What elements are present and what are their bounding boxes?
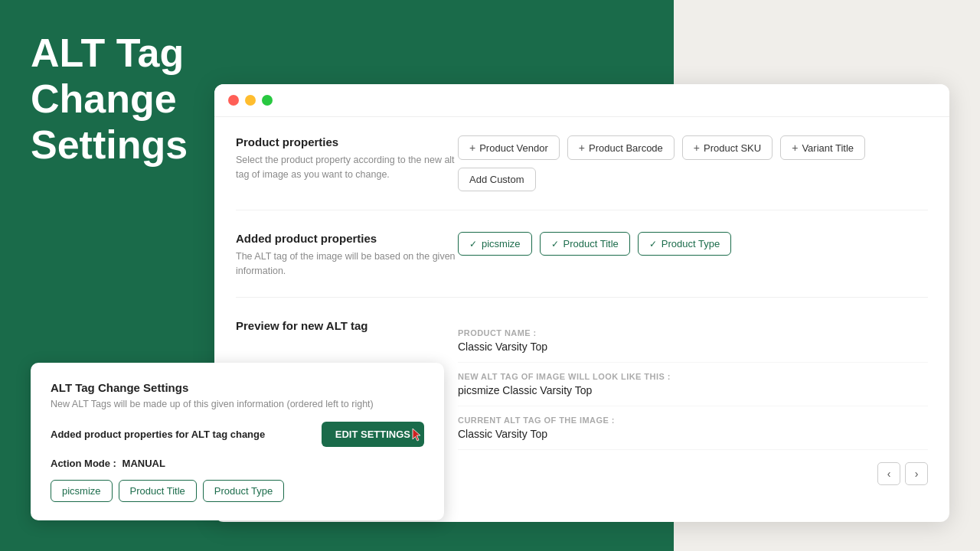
preview-product-name-label: PRODUCT NAME : [458, 328, 928, 337]
preview-product-name-block: PRODUCT NAME : Classic Varsity Top [458, 319, 928, 363]
added-tag-picsmize[interactable]: ✓ picsmize [458, 232, 532, 256]
tooltip-card: ALT Tag Change Settings New ALT Tags wil… [31, 363, 444, 520]
check-icon-1: ✓ [469, 239, 477, 249]
tooltip-tag-product-title[interactable]: Product Title [119, 480, 197, 502]
preview-title: Preview for new ALT tag [236, 319, 458, 332]
dot-red[interactable] [228, 95, 239, 106]
added-properties-desc: The ALT tag of the image will be based o… [236, 249, 458, 279]
tooltip-tag-product-type[interactable]: Product Type [203, 480, 284, 502]
action-mode-label: Action Mode : [51, 458, 116, 469]
product-sku-label: Product SKU [704, 142, 761, 154]
tooltip-row-label: Added product properties for ALT tag cha… [51, 429, 265, 440]
product-properties-section: Product properties Select the product pr… [236, 135, 928, 210]
added-properties-title: Added product properties [236, 232, 458, 245]
edit-settings-btn[interactable]: EDIT SETTINGS [322, 422, 424, 447]
window-chrome [214, 84, 949, 117]
prev-page-btn[interactable]: ‹ [877, 462, 900, 485]
tooltip-header-row: Added product properties for ALT tag cha… [51, 422, 424, 447]
plus-icon-3: + [694, 142, 700, 154]
preview-new-alt-label: NEW ALT TAG OF IMAGE WILL LOOK LIKE THIS… [458, 372, 928, 381]
tooltip-desc: New ALT Tags will be made up of this giv… [51, 399, 424, 409]
plus-icon-4: + [792, 142, 798, 154]
preview-product-name-value: Classic Varsity Top [458, 341, 928, 353]
product-properties-title: Product properties [236, 135, 458, 148]
added-tag-picsmize-label: picsmize [482, 238, 521, 249]
product-properties-desc: Select the product property according to… [236, 153, 458, 182]
add-custom-btn[interactable]: Add Custom [458, 168, 536, 191]
action-mode-value: MANUAL [122, 458, 165, 469]
dot-yellow[interactable] [245, 95, 256, 106]
next-page-btn[interactable]: › [905, 462, 928, 485]
preview-current-alt-block: CURRENT ALT TAG OF THE IMAGE : Classic V… [458, 406, 928, 450]
product-barcode-btn[interactable]: + Product Barcode [567, 135, 675, 160]
variant-title-label: Variant Title [802, 142, 854, 154]
check-icon-2: ✓ [551, 239, 559, 249]
tooltip-tag-picsmize[interactable]: picsmize [51, 480, 113, 502]
product-vendor-label: Product Vendor [479, 142, 548, 154]
dot-green[interactable] [262, 95, 273, 106]
preview-current-alt-value: Classic Varsity Top [458, 428, 928, 440]
product-vendor-btn[interactable]: + Product Vendor [458, 135, 560, 160]
added-tag-product-type[interactable]: ✓ Product Type [638, 232, 731, 256]
preview-new-alt-block: NEW ALT TAG OF IMAGE WILL LOOK LIKE THIS… [458, 363, 928, 406]
added-tag-product-title-label: Product Title [564, 238, 619, 249]
action-mode-row: Action Mode : MANUAL [51, 458, 424, 469]
hero-title: ALT Tag Change Settings [31, 31, 245, 168]
preview-label-col: Preview for new ALT tag [236, 319, 458, 337]
product-properties-tags-row: + Product Vendor + Product Barcode + Pro… [458, 135, 928, 160]
check-icon-3: ✓ [649, 239, 657, 249]
add-custom-row: Add Custom [458, 168, 928, 191]
product-barcode-label: Product Barcode [589, 142, 663, 154]
added-properties-section: Added product properties The ALT tag of … [236, 232, 928, 298]
preview-current-alt-label: CURRENT ALT TAG OF THE IMAGE : [458, 416, 928, 425]
added-tag-product-type-label: Product Type [662, 238, 720, 249]
added-properties-tags-row: ✓ picsmize ✓ Product Title ✓ Product Typ… [458, 232, 928, 256]
variant-title-btn[interactable]: + Variant Title [780, 135, 865, 160]
tooltip-title: ALT Tag Change Settings [51, 381, 424, 394]
added-properties-content: ✓ picsmize ✓ Product Title ✓ Product Typ… [458, 232, 928, 256]
pagination: ‹ › [458, 462, 928, 485]
added-properties-label: Added product properties The ALT tag of … [236, 232, 458, 279]
preview-new-alt-value: picsmize Classic Varsity Top [458, 384, 928, 396]
product-sku-btn[interactable]: + Product SKU [682, 135, 773, 160]
plus-icon: + [469, 142, 475, 154]
tooltip-tags: picsmize Product Title Product Type [51, 480, 424, 502]
preview-content: PRODUCT NAME : Classic Varsity Top NEW A… [458, 319, 928, 485]
plus-icon-2: + [579, 142, 585, 154]
product-properties-content: + Product Vendor + Product Barcode + Pro… [458, 135, 928, 191]
added-tag-product-title[interactable]: ✓ Product Title [540, 232, 630, 256]
product-properties-label: Product properties Select the product pr… [236, 135, 458, 182]
